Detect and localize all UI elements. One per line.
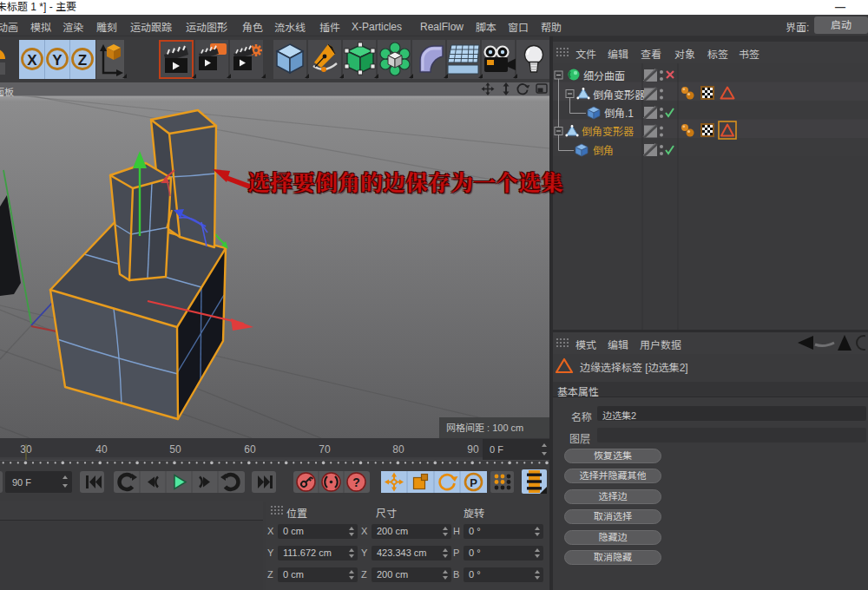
svg-text:X: X [27, 52, 37, 69]
svg-text:网格间距 : 100 cm: 网格间距 : 100 cm [446, 423, 523, 433]
svg-text:细分曲面: 细分曲面 [583, 70, 625, 82]
svg-text:70: 70 [319, 443, 331, 456]
svg-text:?: ? [352, 475, 360, 489]
svg-text:Z: Z [78, 52, 87, 69]
svg-text:倒角.1: 倒角.1 [604, 108, 634, 120]
svg-text:倒角: 倒角 [593, 145, 614, 157]
svg-text:倒角变形器: 倒角变形器 [582, 126, 634, 138]
svg-text:倒角变形器: 倒角变形器 [593, 89, 645, 102]
svg-text:50: 50 [169, 443, 181, 456]
svg-text:80: 80 [392, 443, 404, 456]
svg-text:90 F: 90 F [12, 477, 31, 488]
svg-text:90: 90 [467, 443, 479, 456]
svg-text:0 F: 0 F [490, 444, 503, 455]
svg-text:40: 40 [95, 443, 108, 456]
svg-text:60: 60 [244, 443, 256, 456]
svg-text:P: P [470, 476, 477, 489]
svg-text:Y: Y [52, 52, 62, 69]
